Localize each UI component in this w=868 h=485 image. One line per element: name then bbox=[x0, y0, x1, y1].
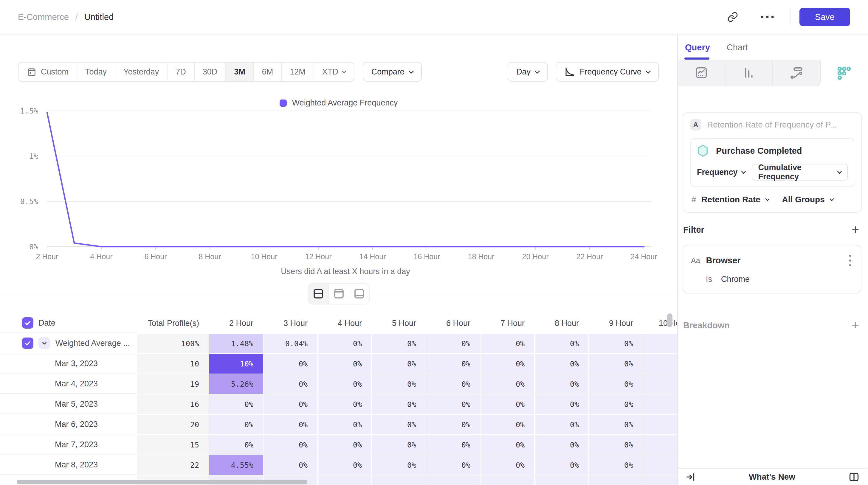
groups-dropdown[interactable]: All Groups bbox=[782, 195, 825, 204]
date-cell[interactable]: Mar 8, 2023 bbox=[0, 455, 136, 475]
range-3m[interactable]: 3M bbox=[225, 63, 253, 81]
range-yesterday[interactable]: Yesterday bbox=[115, 63, 167, 81]
copy-link-icon[interactable] bbox=[727, 11, 738, 23]
date-cell[interactable]: Weighted Average ... bbox=[0, 334, 136, 353]
compare-button[interactable]: Compare bbox=[363, 62, 422, 82]
range-xtd[interactable]: XTD bbox=[314, 63, 354, 81]
value-cell[interactable]: 0% bbox=[535, 455, 588, 475]
total-profiles-cell[interactable]: 100% bbox=[137, 334, 209, 353]
total-profiles-cell[interactable]: 10 bbox=[137, 354, 209, 374]
side-panel-icon[interactable] bbox=[848, 471, 860, 483]
date-cell[interactable]: Mar 3, 2023 bbox=[0, 354, 136, 374]
chart-style-button[interactable]: Frequency Curve bbox=[556, 62, 659, 82]
value-cell[interactable]: 0% bbox=[318, 415, 371, 434]
whats-new-link[interactable]: What's New bbox=[696, 472, 848, 482]
value-cell[interactable]: 0% bbox=[535, 415, 588, 434]
value-cell[interactable]: 0% bbox=[535, 354, 588, 374]
value-cell[interactable]: 0% bbox=[589, 415, 643, 434]
frequency-line-chart[interactable]: 0%0.5%1%1.5%2 Hour4 Hour6 Hour8 Hour10 H… bbox=[0, 107, 678, 280]
value-cell[interactable]: 0% bbox=[426, 394, 480, 414]
column-header-9-hour[interactable]: 9 Hour bbox=[589, 314, 643, 333]
value-cell[interactable]: 0% bbox=[426, 455, 480, 475]
value-cell[interactable]: 0% bbox=[480, 394, 534, 414]
value-cell[interactable]: 0% bbox=[318, 394, 371, 414]
column-header-8-hour[interactable]: 8 Hour bbox=[535, 314, 588, 333]
value-cell[interactable] bbox=[426, 476, 480, 485]
date-cell[interactable]: Mar 7, 2023 bbox=[0, 435, 136, 455]
value-cell[interactable]: 0% bbox=[535, 334, 588, 353]
column-header-total-profile-s-[interactable]: Total Profile(s) bbox=[137, 314, 209, 333]
value-cell[interactable]: 0% bbox=[318, 455, 371, 475]
column-header-10-hour[interactable]: 10 Hour bbox=[643, 314, 678, 333]
range-7d[interactable]: 7D bbox=[167, 63, 194, 81]
value-cell[interactable]: 0% bbox=[643, 415, 678, 434]
value-cell[interactable]: 0% bbox=[209, 394, 263, 414]
value-cell[interactable]: 0% bbox=[480, 455, 534, 475]
value-cell[interactable] bbox=[318, 476, 371, 485]
value-cell[interactable]: 0% bbox=[589, 334, 643, 353]
value-cell[interactable]: 5.26% bbox=[209, 374, 263, 394]
value-cell[interactable]: 0% bbox=[264, 455, 317, 475]
filter-value[interactable]: Chrome bbox=[721, 275, 750, 284]
table-row[interactable]: Mar 3, 20231010%0%0%0%0%0%0%0%0% bbox=[0, 354, 678, 374]
value-cell[interactable]: 0% bbox=[480, 354, 534, 374]
collapse-panel-icon[interactable] bbox=[686, 472, 696, 482]
value-cell[interactable]: 0% bbox=[372, 334, 426, 353]
value-cell[interactable]: 0% bbox=[589, 354, 643, 374]
add-filter-button[interactable]: + bbox=[851, 223, 859, 236]
value-cell[interactable]: 0% bbox=[318, 435, 371, 455]
value-cell[interactable]: 0% bbox=[209, 415, 263, 434]
expand-row-icon[interactable] bbox=[38, 337, 51, 349]
value-cell[interactable]: 0% bbox=[480, 374, 534, 394]
value-cell[interactable]: 0% bbox=[480, 415, 534, 434]
flows-icon[interactable] bbox=[773, 60, 820, 87]
range-6m[interactable]: 6M bbox=[253, 63, 281, 81]
value-cell[interactable]: 0% bbox=[264, 435, 317, 455]
value-cell[interactable]: 0% bbox=[643, 374, 678, 394]
value-cell[interactable]: 0% bbox=[643, 394, 678, 414]
save-button[interactable]: Save bbox=[800, 8, 850, 26]
metric-dropdown[interactable]: Retention Rate bbox=[702, 195, 761, 204]
value-cell[interactable]: 0% bbox=[318, 374, 371, 394]
total-profiles-cell[interactable]: 16 bbox=[137, 394, 209, 414]
value-cell[interactable]: 0% bbox=[535, 394, 588, 414]
value-cell[interactable]: 0% bbox=[535, 435, 588, 455]
filter-property[interactable]: Browser bbox=[706, 256, 741, 265]
value-cell[interactable]: 0% bbox=[426, 415, 480, 434]
column-header-4-hour[interactable]: 4 Hour bbox=[318, 314, 371, 333]
value-cell[interactable]: 0% bbox=[209, 435, 263, 455]
value-cell[interactable]: 0% bbox=[318, 354, 371, 374]
more-options-icon[interactable]: ••• bbox=[761, 12, 776, 22]
total-profiles-cell[interactable]: 19 bbox=[137, 374, 209, 394]
table-row[interactable]: Mar 8, 2023224.55%0%0%0%0%0%0%0%0% bbox=[0, 455, 678, 475]
breadcrumb-report-title[interactable]: Untitled bbox=[84, 12, 114, 22]
value-cell[interactable]: 0.04% bbox=[264, 334, 317, 353]
value-cell[interactable]: 0% bbox=[480, 435, 534, 455]
value-cell[interactable]: 0% bbox=[480, 334, 534, 353]
table-row[interactable]: Mar 7, 2023150%0%0%0%0%0%0%0%0% bbox=[0, 435, 678, 455]
value-cell[interactable] bbox=[535, 476, 588, 485]
value-cell[interactable] bbox=[480, 476, 534, 485]
range-custom[interactable]: Custom bbox=[19, 63, 76, 81]
value-cell[interactable]: 0% bbox=[426, 354, 480, 374]
value-cell[interactable]: 0% bbox=[589, 374, 643, 394]
checkbox-checked[interactable] bbox=[22, 317, 33, 329]
table-vertical-scrollbar[interactable] bbox=[667, 314, 673, 327]
value-cell[interactable]: 0% bbox=[372, 374, 426, 394]
frequency-dropdown[interactable]: Frequency bbox=[697, 168, 745, 177]
funnel-icon[interactable] bbox=[725, 60, 773, 87]
value-cell[interactable]: 0% bbox=[589, 455, 643, 475]
value-cell[interactable]: 0% bbox=[643, 455, 678, 475]
checkbox-checked[interactable] bbox=[22, 337, 33, 349]
filter-options-icon[interactable]: ••• bbox=[847, 253, 853, 267]
event-selector[interactable]: Purchase Completed bbox=[697, 144, 848, 157]
granularity-button[interactable]: Day bbox=[507, 62, 548, 82]
filter-card[interactable]: Aa Browser ••• Is Chrome bbox=[683, 245, 862, 293]
column-header-3-hour[interactable]: 3 Hour bbox=[264, 314, 317, 333]
table-row[interactable]: Weighted Average ...100%1.48%0.04%0%0%0%… bbox=[0, 334, 678, 353]
value-cell[interactable]: 0% bbox=[426, 435, 480, 455]
total-profiles-cell[interactable]: 22 bbox=[137, 455, 209, 475]
step-title[interactable]: Retention Rate of Frequency of P... bbox=[707, 120, 837, 130]
column-header-date[interactable]: Date bbox=[0, 314, 136, 333]
range-30d[interactable]: 30D bbox=[194, 63, 226, 81]
